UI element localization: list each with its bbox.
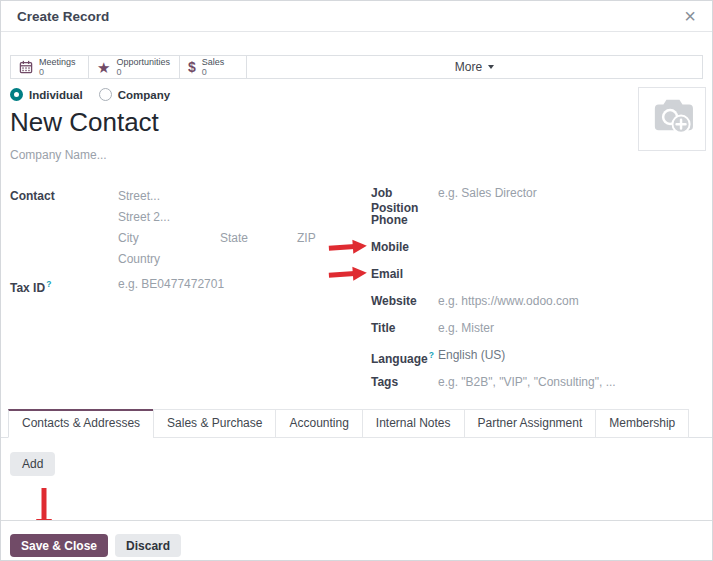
radio-individual-label: Individual bbox=[29, 89, 83, 101]
more-button[interactable]: More bbox=[246, 55, 703, 79]
more-button-label: More bbox=[455, 60, 482, 74]
contact-form: Contact Street... Street 2... City State… bbox=[10, 186, 703, 402]
sales-count: 0 bbox=[202, 67, 225, 77]
contacts-addresses-panel: Add bbox=[1, 438, 712, 490]
notebook-tabs: Contacts & Addresses Sales & Purchase Ac… bbox=[1, 410, 712, 438]
tab-partner-assignment[interactable]: Partner Assignment bbox=[464, 409, 597, 438]
tax-id-label: Tax ID? bbox=[10, 274, 118, 299]
tab-contacts-addresses[interactable]: Contacts & Addresses bbox=[8, 409, 154, 438]
sales-label: Sales bbox=[202, 57, 225, 67]
job-position-input[interactable]: e.g. Sales Director bbox=[438, 186, 703, 201]
question-help-icon: ? bbox=[429, 350, 434, 360]
contact-address-label: Contact bbox=[10, 186, 118, 207]
phone-label: Phone bbox=[371, 213, 438, 228]
email-label: Email bbox=[371, 267, 438, 282]
language-select[interactable]: English (US) bbox=[438, 348, 703, 363]
website-label: Website bbox=[371, 294, 438, 309]
title-label: Title bbox=[371, 321, 438, 336]
country-input[interactable]: Country bbox=[118, 249, 360, 270]
record-type-radio-group: Individual Company bbox=[10, 88, 703, 101]
star-icon: ★ bbox=[97, 60, 110, 75]
dollar-icon: $ bbox=[188, 60, 196, 74]
modal-title: Create Record bbox=[17, 9, 109, 24]
create-record-modal: Create Record × Meetings 0 bbox=[0, 0, 713, 561]
title-input[interactable]: e.g. Mister bbox=[438, 321, 703, 336]
meetings-count: 0 bbox=[39, 67, 76, 77]
company-name-field[interactable]: Company Name... bbox=[10, 148, 703, 162]
save-and-close-button[interactable]: Save & Close bbox=[10, 534, 108, 557]
state-input[interactable]: State bbox=[220, 228, 297, 249]
tab-accounting[interactable]: Accounting bbox=[275, 409, 362, 438]
modal-footer: Save & Close Discard bbox=[1, 520, 712, 560]
radio-unselected-icon bbox=[99, 88, 112, 101]
street-input[interactable]: Street... bbox=[118, 186, 360, 207]
radio-selected-icon bbox=[10, 88, 23, 101]
zip-input[interactable]: ZIP bbox=[297, 228, 360, 249]
tab-sales-purchase[interactable]: Sales & Purchase bbox=[153, 409, 276, 438]
tags-label: Tags bbox=[371, 375, 438, 390]
tab-internal-notes[interactable]: Internal Notes bbox=[362, 409, 465, 438]
opportunities-label: Opportunities bbox=[116, 57, 170, 67]
discard-button[interactable]: Discard bbox=[115, 534, 181, 557]
contact-photo-upload[interactable] bbox=[638, 87, 706, 151]
question-help-icon: ? bbox=[46, 279, 51, 289]
street2-input[interactable]: Street 2... bbox=[118, 207, 360, 228]
sales-stat-button[interactable]: $ Sales 0 bbox=[179, 55, 247, 79]
caret-down-icon bbox=[488, 65, 494, 69]
tags-input[interactable]: e.g. "B2B", "VIP", "Consulting", ... bbox=[438, 375, 703, 390]
radio-individual[interactable]: Individual bbox=[10, 88, 83, 101]
meetings-label: Meetings bbox=[39, 57, 76, 67]
mobile-label: Mobile bbox=[371, 240, 438, 255]
details-column: Job Position e.g. Sales Director Phone M… bbox=[360, 186, 703, 402]
modal-header: Create Record × bbox=[1, 1, 712, 32]
opportunities-count: 0 bbox=[116, 67, 170, 77]
meetings-stat-button[interactable]: Meetings 0 bbox=[10, 55, 89, 79]
tab-membership[interactable]: Membership bbox=[595, 409, 689, 438]
opportunities-stat-button[interactable]: ★ Opportunities 0 bbox=[88, 55, 180, 79]
camera-plus-icon bbox=[649, 97, 695, 141]
website-input[interactable]: e.g. https://www.odoo.com bbox=[438, 294, 703, 309]
address-column: Contact Street... Street 2... City State… bbox=[10, 186, 360, 402]
city-input[interactable]: City bbox=[118, 228, 220, 249]
language-label: Language? bbox=[371, 348, 438, 367]
add-button[interactable]: Add bbox=[10, 452, 55, 476]
radio-company[interactable]: Company bbox=[99, 88, 170, 101]
job-position-label: Job Position bbox=[371, 186, 438, 216]
stat-button-bar: Meetings 0 ★ Opportunities 0 $ Sales 0 M… bbox=[10, 55, 703, 79]
close-icon[interactable]: × bbox=[684, 6, 696, 26]
radio-company-label: Company bbox=[118, 89, 170, 101]
calendar-icon bbox=[19, 60, 33, 74]
tax-id-input[interactable]: e.g. BE0477472701 bbox=[118, 274, 360, 299]
contact-name-field[interactable]: New Contact bbox=[10, 108, 703, 138]
